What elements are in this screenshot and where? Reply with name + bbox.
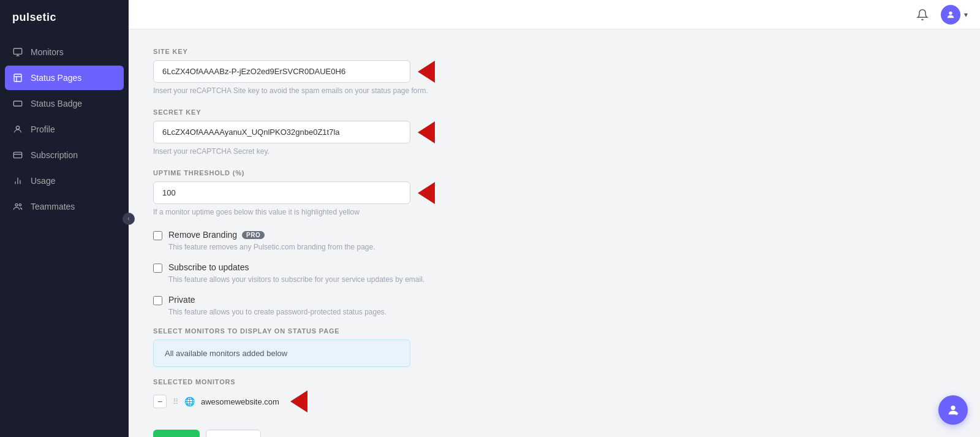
globe-icon: 🌐 xyxy=(184,397,195,406)
site-key-input-row xyxy=(153,60,956,83)
cancel-button[interactable]: Cancel xyxy=(206,430,261,437)
users-icon xyxy=(12,201,23,212)
svg-point-14 xyxy=(19,204,21,206)
drag-handle-icon[interactable]: ⠿ xyxy=(173,397,178,406)
sidebar-item-monitors-label: Monitors xyxy=(31,47,64,57)
sidebar-item-profile-label: Profile xyxy=(31,124,55,134)
user-icon xyxy=(12,124,23,135)
remove-branding-desc: This feature removes any Pulsetic.com br… xyxy=(168,243,956,251)
header: ▾ xyxy=(129,0,980,29)
uptime-section: UPTIME THRESHOLD (%) If a monitor uptime… xyxy=(153,169,956,216)
site-key-hint: Insert your reCAPTCHA Site key to avoid … xyxy=(153,86,956,95)
credit-card-icon xyxy=(12,150,23,161)
selected-monitors-section: SELECTED MONITORS − ⠿ 🌐 awesomewebsite.c… xyxy=(153,378,956,412)
sidebar-collapse-button[interactable]: ‹ xyxy=(123,213,135,225)
sidebar-item-profile[interactable]: Profile xyxy=(0,117,129,142)
sidebar-item-monitors[interactable]: Monitors xyxy=(0,40,129,64)
sidebar-item-teammates-label: Teammates xyxy=(31,202,75,211)
monitor-arrow xyxy=(290,390,307,412)
secret-key-arrow xyxy=(418,121,435,143)
layout-icon xyxy=(12,72,23,83)
uptime-input-row xyxy=(153,181,956,204)
main-content: SITE KEY Insert your reCAPTCHA Site key … xyxy=(129,29,980,437)
subscribe-section: Subscribe to updates This feature allows… xyxy=(153,262,956,284)
uptime-input[interactable] xyxy=(153,181,410,204)
site-key-label: SITE KEY xyxy=(153,48,956,55)
secret-key-label: SECRET KEY xyxy=(153,108,956,116)
chevron-down-icon: ▾ xyxy=(964,10,968,19)
subscribe-desc: This feature allows your visitors to sub… xyxy=(168,275,956,284)
private-desc: This feature allows you to create passwo… xyxy=(168,308,956,316)
svg-point-7 xyxy=(16,126,19,129)
sidebar-item-subscription-label: Subscription xyxy=(31,150,78,160)
secret-key-input-row xyxy=(153,121,956,143)
sidebar: pulsetic Monitors Status Pages Status Ba… xyxy=(0,0,129,437)
monitor-remove-button[interactable]: − xyxy=(153,395,167,408)
uptime-hint: If a monitor uptime goes below this valu… xyxy=(153,208,956,216)
badge-icon xyxy=(12,98,23,109)
bar-chart-icon xyxy=(12,175,23,186)
svg-rect-8 xyxy=(13,152,21,158)
remove-branding-row: Remove Branding PRO xyxy=(153,230,956,240)
private-label: Private xyxy=(168,295,195,305)
secret-key-section: SECRET KEY Insert your reCAPTCHA Secret … xyxy=(153,108,956,156)
site-key-input[interactable] xyxy=(153,60,410,83)
select-monitors-label: SELECT MONITORS TO DISPLAY ON STATUS PAG… xyxy=(153,327,956,335)
uptime-arrow xyxy=(418,182,435,204)
sidebar-item-usage-label: Usage xyxy=(31,176,55,186)
action-buttons: Save Cancel xyxy=(153,430,956,437)
selected-monitors-label: SELECTED MONITORS xyxy=(153,378,956,386)
subscribe-row: Subscribe to updates xyxy=(153,262,956,273)
sidebar-item-status-pages[interactable]: Status Pages xyxy=(5,66,124,90)
monitors-info-box: All available monitors added below xyxy=(153,340,410,367)
svg-rect-3 xyxy=(14,74,21,82)
svg-point-13 xyxy=(15,203,18,206)
avatar xyxy=(941,5,960,25)
fab-button[interactable] xyxy=(938,395,968,425)
app-logo: pulsetic xyxy=(0,0,129,35)
sidebar-item-status-badge-label: Status Badge xyxy=(31,99,82,108)
private-checkbox[interactable] xyxy=(153,296,162,305)
monitors-info-text: All available monitors added below xyxy=(165,349,287,358)
header-user-menu[interactable]: ▾ xyxy=(941,5,968,25)
sidebar-item-teammates[interactable]: Teammates xyxy=(0,194,129,219)
main-wrapper: ▾ SITE KEY Insert your reCAPTCHA Site ke… xyxy=(129,0,980,437)
sidebar-item-usage[interactable]: Usage xyxy=(0,169,129,193)
notification-bell-icon[interactable] xyxy=(914,6,931,23)
monitor-icon xyxy=(12,47,23,58)
monitor-name: awesomewebsite.com xyxy=(201,397,279,406)
svg-rect-0 xyxy=(13,48,21,54)
sidebar-item-status-pages-label: Status Pages xyxy=(31,73,81,83)
monitor-row: − ⠿ 🌐 awesomewebsite.com xyxy=(153,390,956,412)
secret-key-hint: Insert your reCAPTCHA Secret key. xyxy=(153,147,956,156)
uptime-label: UPTIME THRESHOLD (%) xyxy=(153,169,956,177)
sidebar-item-subscription[interactable]: Subscription xyxy=(0,143,129,167)
remove-branding-label: Remove Branding PRO xyxy=(168,230,265,240)
site-key-arrow xyxy=(418,61,435,83)
secret-key-input[interactable] xyxy=(153,121,410,143)
save-button[interactable]: Save xyxy=(153,430,200,437)
remove-branding-section: Remove Branding PRO This feature removes… xyxy=(153,230,956,251)
sidebar-item-status-badge[interactable]: Status Badge xyxy=(0,91,129,116)
site-key-section: SITE KEY Insert your reCAPTCHA Site key … xyxy=(153,48,956,95)
subscribe-checkbox[interactable] xyxy=(153,264,162,273)
remove-branding-checkbox[interactable] xyxy=(153,231,162,240)
sidebar-nav: Monitors Status Pages Status Badge Profi… xyxy=(0,35,129,224)
subscribe-label: Subscribe to updates xyxy=(168,262,249,272)
select-monitors-section: SELECT MONITORS TO DISPLAY ON STATUS PAG… xyxy=(153,327,956,367)
pro-badge: PRO xyxy=(242,231,265,239)
svg-point-16 xyxy=(951,406,955,410)
private-section: Private This feature allows you to creat… xyxy=(153,295,956,316)
svg-point-15 xyxy=(949,11,952,14)
private-row: Private xyxy=(153,295,956,305)
